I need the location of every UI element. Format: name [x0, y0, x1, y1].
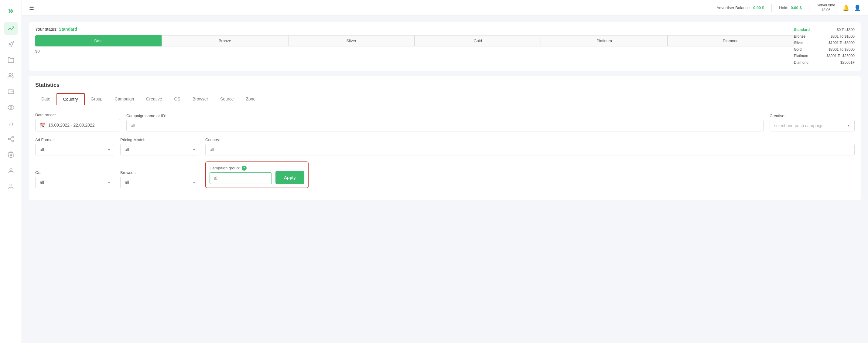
statistics-title: Statistics: [35, 82, 855, 88]
header-divider-1: [771, 4, 772, 12]
svg-point-13: [10, 184, 12, 186]
tier-range-bronze-value: $301 To $1000: [831, 33, 855, 40]
svg-point-6: [11, 136, 13, 138]
tier-platinum[interactable]: Platinum: [541, 35, 667, 46]
tier-range-gold-value: $3001 To $8000: [829, 46, 855, 53]
tab-source[interactable]: Source: [214, 93, 240, 105]
tier-standard[interactable]: Date: [35, 35, 162, 46]
users-icon: [8, 73, 14, 79]
tier-name-standard: Standard: [794, 27, 810, 33]
date-range-value: 16.09.2022 - 22.09.2022: [48, 123, 95, 128]
header-right: Advertiser Balance: 0.00 $ Hold: 0.00 $ …: [716, 3, 861, 12]
hold-label: Hold:: [779, 5, 788, 10]
logo[interactable]: »: [4, 4, 18, 17]
creative-select[interactable]: select one push campaign ▼: [770, 120, 855, 131]
server-time-label: Server time: [817, 3, 835, 8]
campaign-group-help-icon[interactable]: ?: [242, 166, 247, 171]
apply-button[interactable]: Apply: [276, 171, 304, 184]
bar-chart-icon: [8, 120, 14, 127]
tab-creative[interactable]: Creative: [140, 93, 168, 105]
tier-bronze[interactable]: Bronze: [162, 35, 288, 46]
tier-range-platinum: Platinum $8001 To $25000: [794, 53, 855, 60]
campaign-name-label: Campaign name or ID:: [126, 113, 764, 118]
tier-diamond[interactable]: Diamond: [668, 35, 794, 46]
user-menu-icon[interactable]: 👤: [854, 5, 861, 11]
sidebar-item-settings[interactable]: [4, 148, 18, 162]
header-left: ☰: [29, 5, 34, 11]
tab-campaign[interactable]: Campaign: [109, 93, 140, 105]
chart-up-icon: [8, 25, 14, 32]
status-right: Standard $0 To $300 Bronze $301 To $1000…: [794, 27, 855, 66]
your-status-text: Your status:: [35, 27, 57, 32]
tier-name-bronze: Bronze: [794, 33, 805, 40]
current-status-link[interactable]: Standard: [59, 27, 77, 32]
header-divider-2: [809, 4, 809, 12]
tier-name-platinum: Platinum: [794, 53, 808, 60]
top-header: ☰ Advertiser Balance: 0.00 $ Hold: 0.00 …: [22, 0, 868, 16]
settings-icon: [8, 151, 14, 158]
filter-ad-format: Ad Format: all: [35, 138, 114, 156]
sidebar-item-bar-chart[interactable]: [4, 116, 18, 130]
tab-date[interactable]: Date: [35, 93, 57, 105]
sidebar-item-person[interactable]: [4, 164, 18, 177]
tier-bar: Date Bronze Silver Gold Platinum Diamond: [35, 35, 794, 46]
tier-name-silver: Silver: [794, 40, 803, 46]
filter-row-1: Date range: 📅 16.09.2022 - 22.09.2022 Ca…: [35, 113, 855, 131]
svg-point-0: [9, 73, 11, 76]
filter-pricing-model: Pricing Model: all: [120, 138, 199, 156]
sidebar-item-wallet[interactable]: [4, 85, 18, 98]
sidebar-item-graph[interactable]: [4, 132, 18, 146]
statistics-tabs: Date Country Group Campaign Creative OS …: [35, 93, 855, 105]
country-input[interactable]: [205, 144, 855, 156]
tier-range-silver: Silver $1001 To $3000: [794, 40, 855, 46]
pricing-model-select-wrapper: all: [120, 144, 199, 156]
svg-rect-1: [8, 90, 13, 94]
browser-select[interactable]: all: [120, 177, 199, 188]
advertiser-balance: Advertiser Balance: 0.00 $: [716, 5, 764, 10]
hamburger-icon[interactable]: ☰: [29, 5, 34, 11]
pricing-model-select[interactable]: all: [120, 144, 199, 156]
tier-range-platinum-value: $8001 To $25000: [827, 53, 855, 60]
tier-range-standard-value: $0 To $300: [837, 27, 855, 33]
tab-browser[interactable]: Browser: [186, 93, 214, 105]
tab-group[interactable]: Group: [85, 93, 109, 105]
os-select[interactable]: all: [35, 177, 114, 188]
date-range-input[interactable]: 📅 16.09.2022 - 22.09.2022: [35, 119, 120, 131]
ad-format-select[interactable]: all: [35, 144, 114, 156]
tab-country[interactable]: Country: [57, 93, 85, 105]
tab-os[interactable]: OS: [168, 93, 186, 105]
eye-icon: [8, 104, 14, 111]
folder-icon: [8, 57, 14, 63]
tab-zone[interactable]: Zone: [240, 93, 261, 105]
person-icon: [8, 167, 14, 174]
campaign-group-input[interactable]: [210, 172, 272, 184]
campaign-name-input[interactable]: [126, 120, 764, 131]
pricing-model-label: Pricing Model:: [120, 138, 199, 142]
wallet-icon: [8, 88, 14, 95]
creative-dropdown-arrow: ▼: [847, 124, 850, 127]
svg-point-11: [10, 154, 12, 156]
filter-date-range: Date range: 📅 16.09.2022 - 22.09.2022: [35, 113, 120, 131]
tier-range-diamond-value: $25001+: [840, 60, 855, 66]
filter-campaign-name: Campaign name or ID:: [126, 113, 764, 131]
sidebar-item-folder[interactable]: [4, 54, 18, 67]
svg-line-9: [10, 139, 11, 141]
sidebar-item-eye[interactable]: [4, 101, 18, 114]
sidebar-item-person2[interactable]: [4, 180, 18, 193]
tier-gold[interactable]: Gold: [414, 35, 541, 46]
tier-name-diamond: Diamond: [794, 60, 808, 66]
campaign-group-box: Campaign group: ? Apply: [205, 162, 309, 188]
tier-silver[interactable]: Silver: [288, 35, 414, 46]
sidebar-item-dashboard[interactable]: [4, 22, 18, 35]
sidebar-item-megaphone[interactable]: [4, 38, 18, 51]
filter-campaign-group: Campaign group: ?: [210, 166, 272, 184]
svg-point-12: [10, 168, 12, 170]
svg-point-7: [8, 138, 10, 140]
advertiser-balance-value: 0.00 $: [753, 5, 764, 10]
notification-icon[interactable]: 🔔: [842, 5, 849, 11]
os-label: Os:: [35, 170, 114, 175]
sidebar-item-users[interactable]: [4, 69, 18, 82]
status-label: Your status: Standard: [35, 27, 794, 32]
browser-select-wrapper: all: [120, 177, 199, 188]
creative-label: Creative:: [770, 113, 855, 118]
